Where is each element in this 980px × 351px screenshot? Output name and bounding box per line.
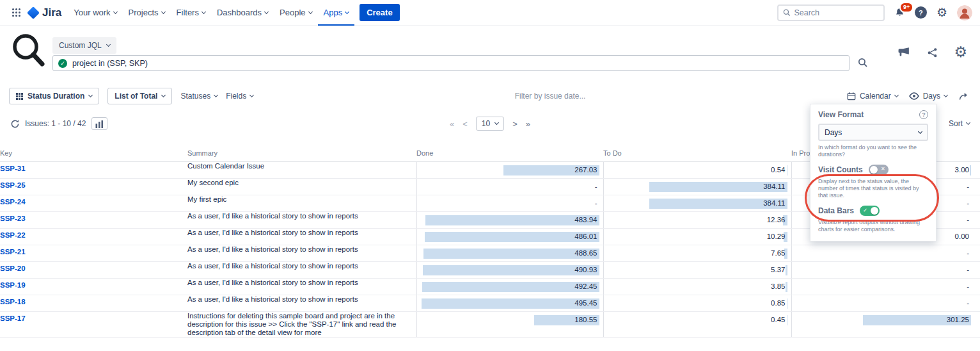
issue-key-link[interactable]: SSP-19 [0, 281, 26, 289]
table-row: SSP-18As a user, I'd like a historical s… [0, 295, 980, 311]
report-settings-gear-icon[interactable] [954, 45, 967, 60]
sort-dropdown[interactable]: Sort [949, 119, 970, 128]
calendar-icon [847, 92, 856, 101]
view-format-select[interactable]: Days [818, 124, 928, 141]
visit-counts-label: Visit Counts [818, 165, 863, 174]
issues-count: Issues: 1 - 10 / 42 [25, 119, 86, 128]
duration-value: 384.11 [604, 195, 791, 208]
issue-key-link[interactable]: SSP-18 [0, 298, 26, 306]
export-icon[interactable] [958, 91, 968, 101]
next-page-icon[interactable] [512, 120, 518, 128]
issue-key-link[interactable]: SSP-17 [0, 314, 26, 322]
nav-your-work[interactable]: Your work [68, 0, 122, 26]
announcement-icon[interactable] [897, 46, 911, 58]
help-circle-icon[interactable] [919, 110, 928, 119]
duration-value: 267.03 [417, 162, 603, 174]
table-row: SSP-17Instructions for deleting this sam… [0, 311, 980, 337]
statuses-dropdown[interactable]: Statuses [180, 92, 217, 101]
nav-projects[interactable]: Projects [123, 0, 171, 26]
top-navigation: Jira Your work Projects Filters Dashboar… [0, 0, 980, 26]
issue-key-link[interactable]: SSP-24 [0, 198, 26, 206]
page-size-select[interactable]: 10 [476, 117, 504, 131]
column-header-summary[interactable]: Summary [187, 145, 416, 161]
issue-key-link[interactable]: SSP-23 [0, 215, 26, 222]
search-icon [783, 8, 790, 17]
chevron-down-icon [249, 93, 254, 97]
nav-people[interactable]: People [274, 0, 317, 26]
nav-apps[interactable]: Apps [318, 0, 355, 26]
view-format-help: In which format do you want to see the d… [818, 144, 928, 158]
duration-value: - [792, 245, 980, 257]
view-mode-button[interactable]: List of Total [107, 88, 172, 104]
days-dropdown[interactable]: Days [909, 92, 947, 101]
table-row: SSP-19As a user, I'd like a historical s… [0, 278, 980, 295]
days-label: Days [923, 92, 940, 101]
nav-projects-label: Projects [129, 8, 159, 17]
user-avatar[interactable] [957, 5, 972, 20]
chevron-down-icon [894, 93, 899, 97]
notification-badge: 9+ [899, 2, 913, 13]
jql-search-icon[interactable] [858, 58, 867, 67]
duration-value: 384.11 [604, 179, 791, 191]
column-header-key[interactable]: Key [0, 145, 187, 161]
duration-value: - [792, 262, 980, 274]
chevron-down-icon [308, 9, 312, 13]
column-header-done[interactable]: Done [416, 145, 603, 161]
column-header-todo[interactable]: To Do [603, 145, 791, 161]
app-magnifier-logo [9, 31, 49, 73]
app-switcher-icon[interactable] [8, 5, 25, 20]
table-row: SSP-20As a user, I'd like a historical s… [0, 261, 980, 278]
nav-filters[interactable]: Filters [171, 0, 211, 26]
issue-summary: As a user, I'd like a historical story t… [187, 261, 416, 278]
fields-label: Fields [226, 92, 246, 101]
refresh-icon[interactable] [10, 119, 20, 129]
duration-value: 12.36 [604, 212, 791, 224]
grid-icon [16, 93, 23, 100]
issue-summary: As a user, I'd like a historical story t… [187, 245, 416, 261]
notifications-button[interactable]: 9+ [894, 7, 905, 18]
search-input[interactable] [794, 8, 879, 17]
bar-chart-icon [95, 120, 104, 128]
issue-key-link[interactable]: SSP-31 [0, 165, 26, 172]
custom-jql-dropdown[interactable]: Custom JQL [52, 37, 116, 54]
duration-value: 5.37 [604, 262, 791, 274]
duration-value: 0.85 [604, 295, 791, 307]
issue-key-link[interactable]: SSP-21 [0, 248, 26, 256]
prev-page-icon[interactable] [462, 120, 468, 128]
nav-dashboards-label: Dashboards [217, 8, 262, 17]
global-search-box[interactable] [777, 4, 885, 21]
page-size-value: 10 [482, 119, 490, 128]
data-bars-help: Visualize report outputs without drawing… [818, 219, 928, 233]
chevron-down-icon [494, 120, 499, 125]
nav-right-cluster: 9+ [777, 4, 972, 21]
calendar-dropdown[interactable]: Calendar [847, 92, 898, 101]
data-bars-toggle[interactable] [860, 206, 880, 216]
issue-date-filter[interactable]: Filter by issue date... [262, 92, 839, 101]
fields-dropdown[interactable]: Fields [226, 92, 253, 101]
share-icon[interactable] [926, 46, 938, 58]
settings-gear-icon[interactable] [937, 6, 947, 19]
first-page-icon[interactable] [450, 120, 454, 128]
last-page-icon[interactable] [526, 120, 530, 128]
report-type-button[interactable]: Status Duration [9, 88, 99, 104]
create-button[interactable]: Create [360, 4, 399, 21]
visit-counts-toggle[interactable] [869, 165, 889, 175]
chevron-down-icon [106, 42, 111, 47]
person-icon [957, 5, 972, 20]
chevron-down-icon [202, 9, 206, 13]
issue-summary: My second epic [187, 178, 416, 195]
issue-summary: As a user, I'd like a historical story t… [187, 228, 416, 245]
issue-key-link[interactable]: SSP-20 [0, 265, 26, 272]
chevron-down-icon [113, 9, 118, 13]
chart-toggle-button[interactable] [91, 117, 107, 130]
jql-query-text: project in (SSP, SKP) [72, 59, 148, 68]
issue-summary: As a user, I'd like a historical story t… [187, 211, 416, 228]
jira-logo[interactable]: Jira [25, 6, 68, 19]
jql-input[interactable]: project in (SSP, SKP) [52, 55, 850, 71]
nav-dashboards[interactable]: Dashboards [211, 0, 274, 26]
help-icon[interactable] [915, 6, 927, 19]
duration-value: 0.54 [604, 162, 791, 174]
issue-key-link[interactable]: SSP-25 [0, 181, 26, 189]
issue-key-link[interactable]: SSP-22 [0, 231, 26, 239]
view-format-label: View Format [818, 110, 864, 119]
